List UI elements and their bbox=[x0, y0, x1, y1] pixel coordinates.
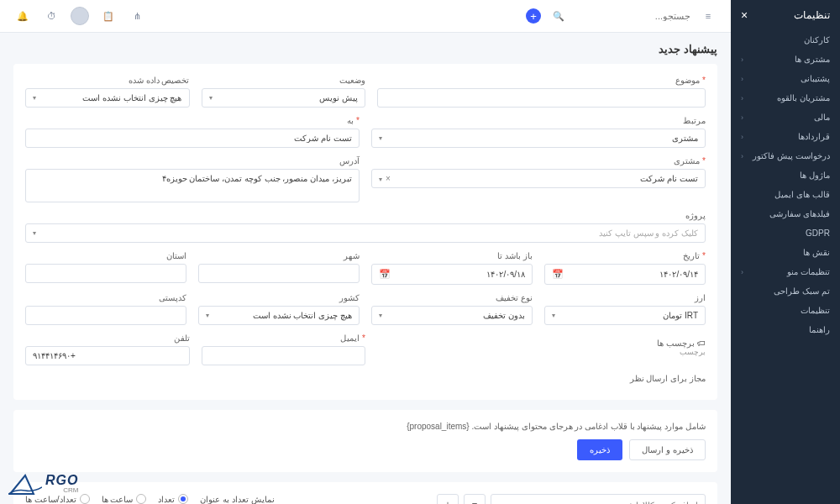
save-send-button[interactable]: ذخیره و ارسال bbox=[629, 439, 706, 460]
state-input[interactable] bbox=[25, 264, 186, 283]
merge-note: شامل موارد پیشنهاد با قلاب ادغامی در هرج… bbox=[25, 422, 706, 431]
calendar-icon: 📅 bbox=[552, 269, 564, 280]
currency-select[interactable]: IRT تومان ▾ bbox=[544, 306, 706, 325]
bell-icon[interactable]: 🔔 bbox=[13, 7, 32, 25]
state-label: استان bbox=[25, 251, 186, 260]
share-icon[interactable]: ⋔ bbox=[128, 7, 146, 25]
logo: RGO CRM bbox=[8, 472, 78, 496]
sidebar-item-3[interactable]: مشتریان بالقوه‹ bbox=[731, 88, 840, 108]
phone-input[interactable] bbox=[25, 346, 190, 365]
sidebar-item-0[interactable]: کارکنان bbox=[731, 30, 840, 50]
chevron-down-icon: ▾ bbox=[379, 312, 382, 319]
project-label: پروژه bbox=[25, 211, 706, 220]
subject-input[interactable] bbox=[377, 88, 706, 108]
chevron-down-icon: ▾ bbox=[209, 94, 213, 102]
city-label: شهر bbox=[198, 251, 360, 260]
date-input[interactable]: ۱۴۰۲/۰۹/۱۴ 📅 bbox=[544, 264, 706, 285]
openuntil-label: باز باشد تا bbox=[371, 251, 533, 260]
chevron-left-icon: ‹ bbox=[741, 94, 743, 102]
related-select[interactable]: مشتری ▾ bbox=[371, 129, 706, 148]
proposal-form-card: موضوع وضعیت پیش نویس ▾ تخصیص داده شده bbox=[13, 64, 717, 400]
discount-type-select[interactable]: بدون تخفیف ▾ bbox=[371, 306, 533, 325]
chevron-left-icon: ‹ bbox=[741, 133, 743, 141]
sidebar-item-2[interactable]: پشتیبانی‹ bbox=[731, 69, 840, 88]
email-label: ایمیل bbox=[202, 333, 366, 343]
chevron-down-icon: ▾ bbox=[206, 312, 209, 319]
logo-main-text: RGO bbox=[45, 474, 78, 487]
add-new-button[interactable]: + bbox=[526, 8, 541, 24]
related-label: مرتبط bbox=[371, 116, 706, 125]
currency-label: ارز bbox=[544, 293, 706, 302]
status-select[interactable]: پیش نویس ▾ bbox=[202, 88, 366, 108]
sidebar-item-6[interactable]: درخواست پیش فاکتور‹ bbox=[731, 146, 840, 165]
calendar-icon: 📅 bbox=[379, 269, 391, 280]
country-select[interactable]: هیچ چیزی انتخاب نشده است ▾ bbox=[198, 306, 360, 325]
qty-radio-qty[interactable]: تعداد bbox=[158, 494, 188, 504]
clear-icon[interactable]: × bbox=[386, 174, 391, 183]
sidebar-item-15[interactable]: راهنما bbox=[731, 320, 840, 339]
settings-sidebar: تنظیمات × کارکنانمشتری ها‹پشتیبانی‹مشتری… bbox=[731, 0, 840, 504]
to-input[interactable] bbox=[25, 129, 360, 148]
main-content: ≡ 🔍 + ⋔ 📋 ⏱ 🔔 پیشنهاد جدید موضو bbox=[0, 0, 731, 504]
chevron-down-icon: ▾ bbox=[33, 94, 36, 102]
sidebar-item-9[interactable]: فیلدهای سفارشی bbox=[731, 204, 840, 223]
search-icon[interactable]: 🔍 bbox=[549, 7, 568, 25]
item-dropdown-button[interactable]: ▾ bbox=[464, 494, 486, 504]
chevron-down-icon: ▾ bbox=[33, 229, 36, 237]
chevron-left-icon: ‹ bbox=[741, 75, 743, 83]
chevron-down-icon: ▾ bbox=[379, 176, 382, 183]
logo-sub-text: CRM bbox=[45, 487, 78, 494]
status-label: وضعیت bbox=[202, 76, 366, 85]
page-title: پیشنهاد جدید bbox=[13, 43, 717, 55]
phone-label: تلفن bbox=[25, 333, 190, 343]
sidebar-item-13[interactable]: تم سبک طراحی bbox=[731, 281, 840, 301]
timer-icon[interactable]: ⏱ bbox=[42, 7, 60, 25]
address-label: آدرس bbox=[25, 156, 360, 165]
sidebar-item-14[interactable]: تنظیمات bbox=[731, 301, 840, 320]
city-input[interactable] bbox=[198, 264, 360, 283]
discount-type-label: نوع تخفیف bbox=[371, 293, 533, 302]
clipboard-icon[interactable]: 📋 bbox=[99, 7, 118, 25]
email-input[interactable] bbox=[202, 346, 366, 365]
sidebar-item-1[interactable]: مشتری ها‹ bbox=[731, 50, 840, 69]
close-icon[interactable]: × bbox=[741, 8, 748, 22]
items-card: شامل موارد پیشنهاد با قلاب ادغامی در هرج… bbox=[13, 410, 717, 472]
sidebar-item-7[interactable]: ماژول ها bbox=[731, 165, 840, 185]
openuntil-input[interactable]: ۱۴۰۲/۰۹/۱۸ 📅 bbox=[371, 264, 533, 285]
subject-label: موضوع bbox=[377, 76, 706, 85]
allow-comment-text: مجاز برای ارسال نظر bbox=[25, 374, 706, 383]
sidebar-item-5[interactable]: قراردادها‹ bbox=[731, 127, 840, 146]
chevron-left-icon: ‹ bbox=[741, 55, 743, 64]
address-textarea[interactable]: تبریز، میدان منصور، جنب کوچه تمدن، ساختم… bbox=[25, 169, 360, 202]
add-item-input[interactable] bbox=[491, 494, 706, 504]
zip-input[interactable] bbox=[25, 306, 186, 325]
chevron-left-icon: ‹ bbox=[741, 268, 743, 276]
sidebar-item-4[interactable]: مالی‹ bbox=[731, 108, 840, 127]
tags-sub: برچسب bbox=[377, 348, 706, 356]
project-select[interactable]: کلیک کرده و سپس تایپ کنید ▾ bbox=[25, 223, 706, 243]
assigned-label: تخصیص داده شده bbox=[25, 76, 190, 85]
chevron-left-icon: ‹ bbox=[741, 113, 743, 122]
topbar: ≡ 🔍 + ⋔ 📋 ⏱ 🔔 bbox=[0, 0, 731, 33]
country-label: کشور bbox=[198, 293, 360, 302]
logo-icon bbox=[8, 472, 42, 496]
chevron-down-icon: ▾ bbox=[379, 134, 382, 142]
line-items-card: ▾ + نمایش تعداد به عنوان تعداد ساعت ها ت… bbox=[13, 482, 717, 504]
sidebar-item-8[interactable]: قالب های ایمیل bbox=[731, 185, 840, 204]
sidebar-item-12[interactable]: تنظیمات منو‹ bbox=[731, 262, 840, 281]
add-item-button[interactable]: + bbox=[437, 494, 459, 504]
menu-icon[interactable]: ≡ bbox=[699, 7, 717, 25]
avatar[interactable] bbox=[71, 7, 89, 25]
qty-radio-hours[interactable]: ساعت ها bbox=[102, 494, 147, 504]
date-label: تاریخ bbox=[544, 251, 706, 260]
assigned-select[interactable]: هیچ چیزی انتخاب نشده است ▾ bbox=[25, 88, 190, 108]
to-label: به bbox=[25, 116, 360, 125]
search-input[interactable] bbox=[573, 11, 690, 21]
tags-label: 🏷 برچسب ها bbox=[377, 339, 706, 348]
customer-label: مشتری bbox=[371, 156, 706, 165]
save-button[interactable]: ذخیره bbox=[577, 439, 622, 460]
sidebar-item-10[interactable]: GDPR bbox=[731, 223, 840, 243]
customer-select[interactable]: تست نام شرکت ×▾ bbox=[371, 169, 706, 188]
zip-label: کدپستی bbox=[25, 293, 186, 302]
sidebar-item-11[interactable]: نقش ها bbox=[731, 243, 840, 262]
